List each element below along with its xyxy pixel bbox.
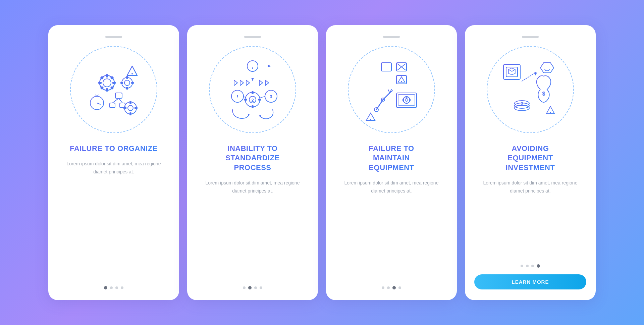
- dot-active: [392, 286, 396, 289]
- svg-point-112: [550, 112, 551, 113]
- svg-text:$: $: [521, 102, 523, 105]
- card-maintain: FAILURE TOMAINTAINEQUIPMENT Lorem ipsum …: [326, 25, 457, 300]
- card-failure-organize: FAILURE TO ORGANIZE Lorem ipsum dolor si…: [48, 25, 179, 300]
- card-title-4: AVOIDINGEQUIPMENTINVESTMENT: [506, 144, 555, 173]
- svg-marker-44: [246, 80, 250, 86]
- svg-rect-25: [110, 103, 115, 108]
- svg-rect-31: [129, 101, 131, 104]
- pagination-dots-4: [521, 255, 540, 268]
- svg-rect-92: [409, 99, 411, 101]
- illustration-organize: [70, 46, 157, 133]
- svg-rect-12: [126, 76, 128, 79]
- svg-marker-41: [251, 78, 254, 81]
- svg-text:$: $: [542, 91, 545, 97]
- dot: [115, 286, 118, 289]
- dot: [254, 286, 257, 289]
- svg-rect-53: [252, 105, 254, 108]
- svg-rect-62: [381, 63, 391, 71]
- svg-rect-91: [402, 99, 404, 101]
- pagination-dots-2: [243, 277, 262, 289]
- card-notch: [383, 36, 400, 38]
- svg-point-10: [122, 77, 132, 88]
- svg-line-21: [97, 103, 100, 104]
- dot-active: [537, 264, 540, 268]
- svg-line-98: [508, 69, 512, 71]
- svg-line-28: [119, 98, 122, 103]
- dot: [243, 286, 246, 289]
- svg-point-11: [124, 80, 130, 86]
- svg-line-61: [260, 96, 265, 98]
- card-desc-4: Lorem ipsum dolor sit dim amet, mea regi…: [474, 179, 586, 195]
- card-title-1: FAILURE TO ORGANIZE: [70, 144, 158, 154]
- svg-rect-89: [406, 96, 408, 98]
- card-investment: $ $ AVOIDINGEQUIPMENTINVESTMENT Lorem ip…: [465, 25, 596, 300]
- dot: [382, 286, 384, 289]
- svg-marker-46: [265, 80, 269, 86]
- card-desc-2: Lorem ipsum dolor sit dim amet, mea regi…: [197, 179, 309, 195]
- learn-more-button[interactable]: LEARN MORE: [474, 274, 586, 289]
- dot: [398, 286, 401, 289]
- svg-rect-55: [258, 99, 261, 101]
- card-title-3: FAILURE TOMAINTAINEQUIPMENT: [369, 144, 414, 173]
- svg-rect-32: [129, 112, 131, 115]
- card-notch: [522, 36, 539, 38]
- cards-container: FAILURE TO ORGANIZE Lorem ipsum dolor si…: [35, 12, 609, 314]
- svg-rect-5: [112, 82, 116, 84]
- dot: [387, 286, 390, 289]
- svg-point-81: [370, 119, 371, 120]
- pagination-dots-1: [104, 277, 123, 289]
- card-notch: [244, 36, 261, 38]
- svg-rect-90: [406, 103, 408, 104]
- svg-point-30: [128, 105, 133, 111]
- dot: [110, 286, 113, 289]
- svg-rect-2: [106, 74, 108, 77]
- svg-rect-24: [115, 93, 122, 98]
- svg-text:3: 3: [270, 94, 272, 99]
- svg-line-78: [388, 90, 390, 93]
- svg-line-113: [522, 73, 535, 81]
- dot-active: [248, 286, 252, 289]
- svg-line-27: [112, 98, 119, 103]
- svg-marker-114: [534, 72, 537, 75]
- svg-rect-34: [135, 107, 138, 109]
- svg-rect-3: [106, 88, 108, 92]
- dot-active: [104, 286, 107, 289]
- svg-rect-52: [252, 91, 254, 94]
- illustration-maintain: [348, 46, 435, 133]
- svg-rect-15: [131, 82, 134, 84]
- svg-text:!: !: [237, 94, 238, 99]
- card-standardize: ! 2 3 INABILITY: [187, 25, 318, 300]
- dot: [121, 286, 123, 289]
- svg-marker-39: [268, 65, 271, 67]
- card-notch: [105, 36, 122, 38]
- svg-point-1: [103, 79, 111, 87]
- svg-marker-43: [240, 80, 244, 86]
- svg-point-18: [131, 73, 133, 74]
- svg-point-88: [405, 99, 408, 101]
- illustration-investment: $ $: [487, 46, 574, 133]
- card-desc-3: Lorem ipsum dolor sit dim amet, mea regi…: [335, 179, 447, 195]
- svg-marker-42: [234, 80, 237, 86]
- dot: [531, 265, 534, 267]
- svg-rect-33: [123, 107, 126, 109]
- pagination-dots-3: [382, 277, 401, 289]
- svg-line-97: [512, 69, 515, 71]
- card-title-2: INABILITY TOSTANDARDIZEPROCESS: [225, 144, 280, 173]
- dot: [526, 265, 529, 267]
- svg-point-37: [252, 67, 253, 69]
- svg-rect-54: [244, 99, 247, 101]
- svg-point-69: [401, 81, 402, 82]
- card-desc-1: Lorem ipsum dolor sit dim amet, mea regi…: [58, 160, 170, 176]
- svg-rect-14: [120, 82, 123, 84]
- svg-text:2: 2: [251, 98, 254, 103]
- dot: [260, 286, 262, 289]
- illustration-standardize: ! 2 3: [209, 46, 296, 133]
- svg-rect-4: [98, 82, 102, 84]
- svg-rect-13: [126, 87, 128, 90]
- svg-marker-45: [259, 80, 263, 86]
- dot: [521, 265, 523, 267]
